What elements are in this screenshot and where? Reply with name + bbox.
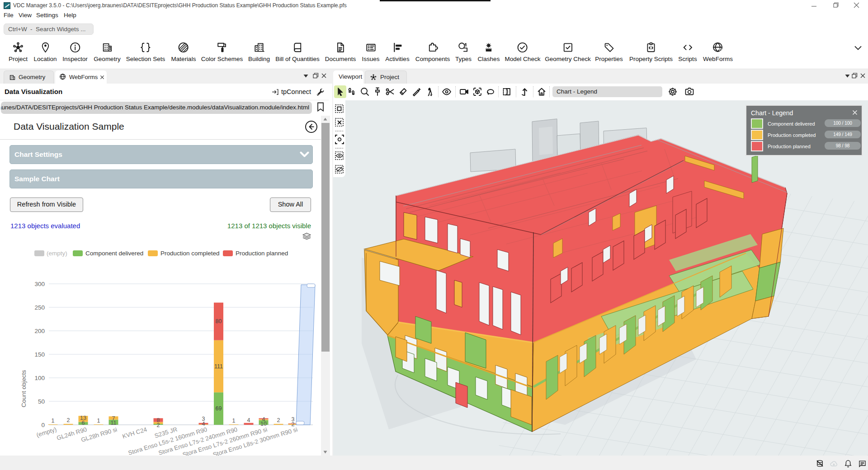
svg-text:150: 150 [34,351,45,358]
svg-text:111: 111 [214,363,223,370]
svg-text:Production planned: Production planned [236,250,288,257]
svg-text:80: 80 [216,318,222,324]
svg-text:100: 100 [34,375,45,381]
svg-text:(empty): (empty) [47,250,67,257]
svg-text:1: 1 [232,418,236,424]
svg-text:11: 11 [111,420,117,426]
svg-text:2: 2 [277,417,280,423]
svg-text:Count objects: Count objects [20,370,27,407]
svg-text:0: 0 [41,422,45,428]
svg-text:2: 2 [67,417,70,423]
svg-text:KVH C24: KVH C24 [122,426,148,440]
svg-text:69: 69 [216,405,222,412]
svg-text:200: 200 [34,328,45,334]
svg-text:1: 1 [52,418,55,424]
svg-text:2: 2 [157,422,160,428]
svg-text:Component delivered: Component delivered [85,250,143,257]
svg-text:4: 4 [247,417,250,423]
svg-text:1: 1 [97,418,100,424]
svg-text:(empty): (empty) [36,426,57,439]
svg-text:300: 300 [34,281,45,287]
svg-text:250: 250 [34,304,45,311]
svg-text:Production completed: Production completed [160,250,220,257]
svg-text:50: 50 [38,398,45,405]
svg-text:6: 6 [82,420,85,426]
